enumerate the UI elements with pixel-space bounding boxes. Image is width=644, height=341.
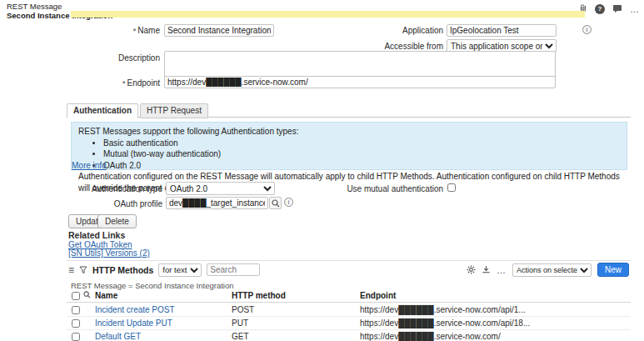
- http-methods-table: Name HTTP method Endpoint Incident creat…: [67, 290, 631, 341]
- actions-on-rows-select[interactable]: Actions on selected rows...: [512, 263, 592, 277]
- required-icon: *: [133, 27, 137, 35]
- table-row: Incident Update PUTPUThttps://dev██████.…: [67, 316, 631, 329]
- table-header-row: Name HTTP method Endpoint: [67, 290, 631, 303]
- tab-authentication[interactable]: Authentication: [67, 103, 138, 118]
- tab-http-request[interactable]: HTTP Request: [140, 103, 208, 118]
- column-header-http-method[interactable]: HTTP method: [232, 290, 360, 303]
- table-row: Default GETGEThttps://dev██████.service-…: [67, 330, 631, 341]
- description-field[interactable]: [164, 51, 556, 78]
- mutual-auth-label: Use mutual authentication: [333, 184, 443, 193]
- auth-type-item: Mutual (two-way authentication): [103, 148, 620, 160]
- name-field[interactable]: [164, 24, 274, 37]
- row-method-cell: GET: [232, 330, 360, 341]
- more-info-link[interactable]: More info: [72, 161, 107, 170]
- application-field: [447, 24, 557, 37]
- row-endpoint-cell: https://dev██████.service-now.com/api/18…: [360, 316, 631, 329]
- application-label: Application: [367, 26, 443, 35]
- related-link-sn-utils-versions[interactable]: [SN Utils] Versions (2): [68, 248, 150, 258]
- auth-type-label: Authentication type: [79, 184, 162, 193]
- application-info-icon[interactable]: i: [582, 25, 592, 34]
- auth-type-select[interactable]: OAuth 2.0: [166, 182, 275, 195]
- row-name-cell: Incident Update PUT: [95, 316, 232, 329]
- accessible-from-label: Accessible from: [367, 42, 443, 51]
- row-name-cell: Default GET: [95, 330, 232, 341]
- more-options-icon[interactable]: …: [630, 4, 640, 14]
- oauth-profile-info-icon[interactable]: i: [284, 198, 293, 207]
- http-method-link[interactable]: Default GET: [95, 332, 141, 341]
- http-methods-list-header: ≡ HTTP Methods for text … Actions on sel…: [67, 260, 631, 278]
- row-select-checkbox[interactable]: [72, 306, 80, 314]
- http-method-link[interactable]: Incident create POST: [95, 305, 175, 314]
- column-header-name[interactable]: Name: [95, 290, 232, 303]
- rest-message-page: REST Message Second Instance Integration…: [0, 0, 644, 341]
- header-toolbar: ? …: [579, 3, 640, 14]
- form-tabs: Authentication HTTP Request: [67, 103, 210, 118]
- chat-icon[interactable]: [612, 4, 622, 13]
- list-menu-icon[interactable]: ≡: [68, 264, 74, 276]
- help-icon[interactable]: ?: [595, 4, 605, 14]
- search-icon: [272, 199, 280, 208]
- description-label: Description: [83, 53, 160, 63]
- auth-types-list: Basic authentication Mutual (two-way aut…: [103, 138, 620, 172]
- row-preview-cell: [83, 316, 95, 329]
- row-name-cell: Incident create POST: [95, 303, 232, 316]
- list-right-tools: … Actions on selected rows... New: [467, 263, 629, 277]
- row-endpoint-cell: https://dev██████.service-now.com/api/1.…: [360, 303, 631, 316]
- search-type-select[interactable]: for text: [158, 263, 202, 277]
- endpoint-field[interactable]: [164, 76, 556, 88]
- row-endpoint-cell: https://dev██████.service-now.com/: [360, 330, 631, 341]
- related-links-title: Related Links: [68, 230, 125, 240]
- select-all-cell: [67, 290, 83, 303]
- download-icon[interactable]: [482, 265, 491, 274]
- row-preview-cell: [83, 303, 95, 316]
- auth-type-item: OAuth 2.0: [103, 160, 620, 172]
- list-more-icon[interactable]: …: [497, 265, 507, 275]
- http-methods-rows: Incident create POSTPOSThttps://dev█████…: [67, 303, 631, 341]
- endpoint-label: *Endpoint: [83, 78, 160, 88]
- form-highlight-bar: [71, 11, 585, 18]
- delete-button[interactable]: Delete: [97, 214, 137, 228]
- oauth-profile-lookup-button[interactable]: [269, 197, 282, 209]
- list-search-input[interactable]: [207, 263, 260, 276]
- select-all-checkbox[interactable]: [72, 292, 80, 300]
- column-search-icon[interactable]: [83, 291, 91, 298]
- required-icon: *: [122, 79, 126, 88]
- row-method-cell: POST: [232, 303, 360, 316]
- record-type-title: REST Message: [7, 2, 112, 11]
- list-title: HTTP Methods: [92, 265, 153, 275]
- oauth-profile-field[interactable]: [166, 197, 268, 209]
- auth-type-item: Basic authentication: [103, 138, 620, 149]
- gear-icon[interactable]: [467, 265, 476, 274]
- row-checkbox-cell: [67, 303, 83, 316]
- table-row: Incident create POSTPOSThttps://dev█████…: [67, 303, 631, 316]
- column-search-cell: [83, 290, 95, 303]
- row-preview-cell: [83, 330, 95, 341]
- row-checkbox-cell: [67, 316, 83, 329]
- new-button[interactable]: New: [597, 263, 629, 277]
- row-checkbox-cell: [67, 330, 83, 341]
- list-breadcrumb[interactable]: REST Message = Second Instance Integrati…: [71, 281, 233, 290]
- filter-icon[interactable]: [79, 266, 87, 274]
- name-label: *Name: [83, 26, 160, 35]
- row-select-checkbox[interactable]: [72, 319, 80, 328]
- row-method-cell: PUT: [232, 316, 360, 329]
- oauth-profile-label: OAuth profile: [79, 199, 162, 208]
- mutual-auth-checkbox[interactable]: [447, 183, 456, 192]
- row-select-checkbox[interactable]: [72, 333, 80, 341]
- http-method-link[interactable]: Incident Update PUT: [95, 318, 172, 328]
- auth-info-intro: REST Messages support the following Auth…: [78, 126, 620, 138]
- column-header-endpoint[interactable]: Endpoint: [360, 290, 631, 303]
- auth-info-panel: REST Messages support the following Auth…: [71, 122, 627, 170]
